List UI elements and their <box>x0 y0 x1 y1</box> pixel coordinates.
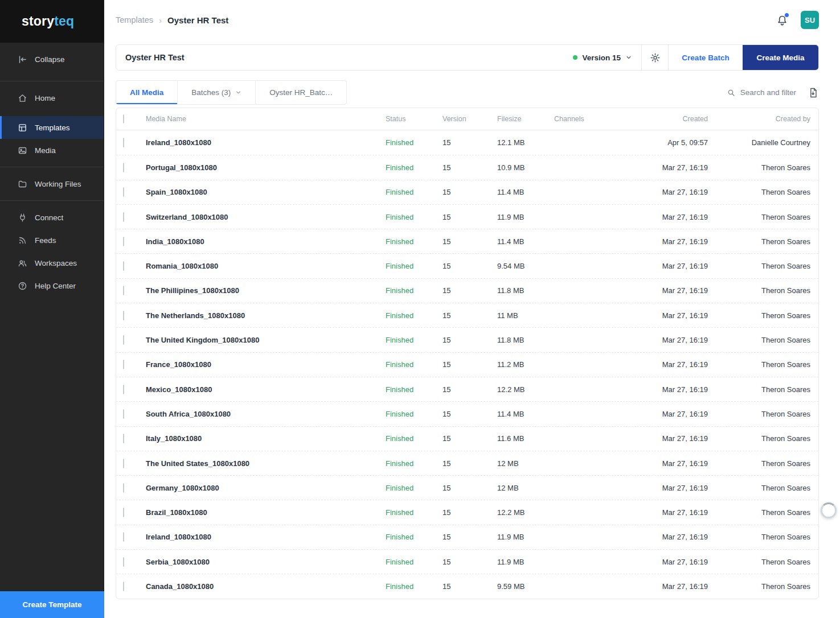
table-row[interactable]: Ireland_1080x1080 Finished 15 11.9 MB Ma… <box>116 525 818 549</box>
media-name-cell[interactable]: The United States_1080x1080 <box>139 459 386 468</box>
row-checkbox[interactable] <box>123 237 124 246</box>
template-settings-button[interactable] <box>642 45 668 70</box>
table-row[interactable]: Brazil_1080x1080 Finished 15 12.2 MB Mar… <box>116 500 818 524</box>
table-row[interactable]: The United Kingdom_1080x1080 Finished 15… <box>116 327 818 352</box>
filesize-cell: 9.54 MB <box>497 262 554 270</box>
user-avatar[interactable]: SU <box>801 11 819 29</box>
table-row[interactable]: Romania_1080x1080 Finished 15 9.54 MB Ma… <box>116 253 818 278</box>
table-row[interactable]: Switzerland_1080x1080 Finished 15 11.9 M… <box>116 204 818 229</box>
created-cell: Mar 27, 16:19 <box>622 360 708 369</box>
filesize-cell: 11.9 MB <box>497 558 554 566</box>
created-by-cell: Theron Soares <box>708 237 810 246</box>
scroll-widget[interactable] <box>821 502 837 518</box>
sidebar-item-templates[interactable]: Templates <box>0 116 104 139</box>
version-cell: 15 <box>442 360 497 369</box>
row-checkbox[interactable] <box>123 286 124 295</box>
create-template-button[interactable]: Create Template <box>0 591 104 618</box>
row-checkbox[interactable] <box>123 187 124 197</box>
table-row[interactable]: The Phillipines_1080x1080 Finished 15 11… <box>116 278 818 303</box>
notifications-button[interactable] <box>776 14 788 26</box>
sidebar-item-connect[interactable]: Connect <box>0 206 104 229</box>
row-checkbox[interactable] <box>123 261 124 271</box>
row-checkbox[interactable] <box>123 508 124 517</box>
column-header-status: Status <box>386 115 442 123</box>
created-cell: Mar 27, 16:19 <box>622 508 708 517</box>
row-checkbox[interactable] <box>123 582 124 591</box>
sidebar-collapse-button[interactable]: Collapse <box>0 43 104 76</box>
sidebar-item-workspaces[interactable]: Workspaces <box>0 252 104 274</box>
sidebar-item-label: Connect <box>35 213 63 222</box>
table-row[interactable]: Spain_1080x1080 Finished 15 11.4 MB Mar … <box>116 180 818 204</box>
table-row[interactable]: The United States_1080x1080 Finished 15 … <box>116 451 818 475</box>
row-checkbox[interactable] <box>123 360 124 369</box>
create-batch-button[interactable]: Create Batch <box>669 45 743 70</box>
table-row[interactable]: Ireland_1080x1080 Finished 15 12.1 MB Ap… <box>116 130 818 155</box>
sidebar-item-feeds[interactable]: Feeds <box>0 229 104 252</box>
table-row[interactable]: India_1080x1080 Finished 15 11.4 MB Mar … <box>116 229 818 253</box>
status-cell: Finished <box>386 237 442 246</box>
media-name-cell[interactable]: Portugal_1080x1080 <box>139 163 386 172</box>
sidebar-item-home[interactable]: Home <box>0 86 104 109</box>
media-name-cell[interactable]: Ireland_1080x1080 <box>139 138 386 147</box>
table-row[interactable]: Italy_1080x1080 Finished 15 11.6 MB Mar … <box>116 426 818 451</box>
sidebar-item-media[interactable]: Media <box>0 139 104 162</box>
created-cell: Mar 27, 16:19 <box>622 163 708 172</box>
select-all-checkbox[interactable] <box>123 114 124 123</box>
version-cell: 15 <box>442 459 497 468</box>
row-checkbox[interactable] <box>123 335 124 345</box>
row-checkbox[interactable] <box>123 138 124 147</box>
export-csv-button[interactable] <box>808 87 819 98</box>
version-status-dot <box>573 55 577 60</box>
row-checkbox[interactable] <box>123 483 124 493</box>
media-name-cell[interactable]: Switzerland_1080x1080 <box>139 213 386 221</box>
sidebar-item-help-center[interactable]: Help Center <box>0 274 104 297</box>
row-checkbox[interactable] <box>123 385 124 394</box>
table-row[interactable]: South Africa_1080x1080 Finished 15 11.4 … <box>116 401 818 426</box>
row-checkbox[interactable] <box>123 163 124 172</box>
media-name-cell[interactable]: Germany_1080x1080 <box>139 484 386 492</box>
media-name-cell[interactable]: Ireland_1080x1080 <box>139 533 386 541</box>
created-cell: Mar 27, 16:19 <box>622 311 708 320</box>
table-row[interactable]: Portugal_1080x1080 Finished 15 10.9 MB M… <box>116 155 818 179</box>
media-name-cell[interactable]: Brazil_1080x1080 <box>139 508 386 517</box>
table-row[interactable]: Germany_1080x1080 Finished 15 12 MB Mar … <box>116 475 818 500</box>
version-selector[interactable]: Version 15 <box>564 45 641 70</box>
row-checkbox[interactable] <box>123 557 124 567</box>
media-name-cell[interactable]: Romania_1080x1080 <box>139 262 386 270</box>
table-row[interactable]: France_1080x1080 Finished 15 11.2 MB Mar… <box>116 352 818 377</box>
tab-all-media[interactable]: All Media <box>116 81 178 104</box>
table-row[interactable]: Serbia_1080x1080 Finished 15 11.9 MB Mar… <box>116 549 818 574</box>
tab-oyster-hr-batch[interactable]: Oyster HR_Batc… <box>256 81 346 104</box>
row-checkbox[interactable] <box>123 434 124 443</box>
table-row[interactable]: Mexico_1080x1080 Finished 15 12.2 MB Mar… <box>116 377 818 401</box>
media-name-cell[interactable]: Italy_1080x1080 <box>139 434 386 443</box>
created-by-cell: Theron Soares <box>708 582 810 591</box>
media-table: Media Name Status Version Filesize Chann… <box>116 108 819 599</box>
tab-batches[interactable]: Batches (3) <box>178 81 256 104</box>
media-name-cell[interactable]: South Africa_1080x1080 <box>139 410 386 418</box>
breadcrumb-parent[interactable]: Templates <box>116 15 153 24</box>
row-checkbox[interactable] <box>123 459 124 468</box>
media-name-cell[interactable]: France_1080x1080 <box>139 360 386 369</box>
media-name-cell[interactable]: Canada_1080x1080 <box>139 582 386 591</box>
logo-text-accent: teq <box>54 14 74 29</box>
media-name-cell[interactable]: India_1080x1080 <box>139 237 386 246</box>
media-name-cell[interactable]: The United Kingdom_1080x1080 <box>139 336 386 344</box>
media-name-cell[interactable]: Serbia_1080x1080 <box>139 558 386 566</box>
table-row[interactable]: Canada_1080x1080 Finished 15 9.59 MB Mar… <box>116 574 818 598</box>
media-name-cell[interactable]: Mexico_1080x1080 <box>139 385 386 394</box>
row-checkbox[interactable] <box>123 532 124 542</box>
filesize-cell: 12 MB <box>497 459 554 468</box>
row-checkbox[interactable] <box>123 311 124 320</box>
sidebar-item-working-files[interactable]: Working Files <box>0 172 104 195</box>
media-name-cell[interactable]: The Phillipines_1080x1080 <box>139 286 386 295</box>
create-media-button[interactable]: Create Media <box>743 45 818 70</box>
row-checkbox[interactable] <box>123 212 124 222</box>
status-cell: Finished <box>386 311 442 320</box>
media-name-cell[interactable]: Spain_1080x1080 <box>139 188 386 196</box>
search-and-filter-button[interactable]: Search and filter <box>727 88 796 97</box>
media-name-cell[interactable]: The Netherlands_1080x1080 <box>139 311 386 320</box>
table-row[interactable]: The Netherlands_1080x1080 Finished 15 11… <box>116 303 818 327</box>
filesize-cell: 11.8 MB <box>497 286 554 295</box>
row-checkbox[interactable] <box>123 409 124 419</box>
